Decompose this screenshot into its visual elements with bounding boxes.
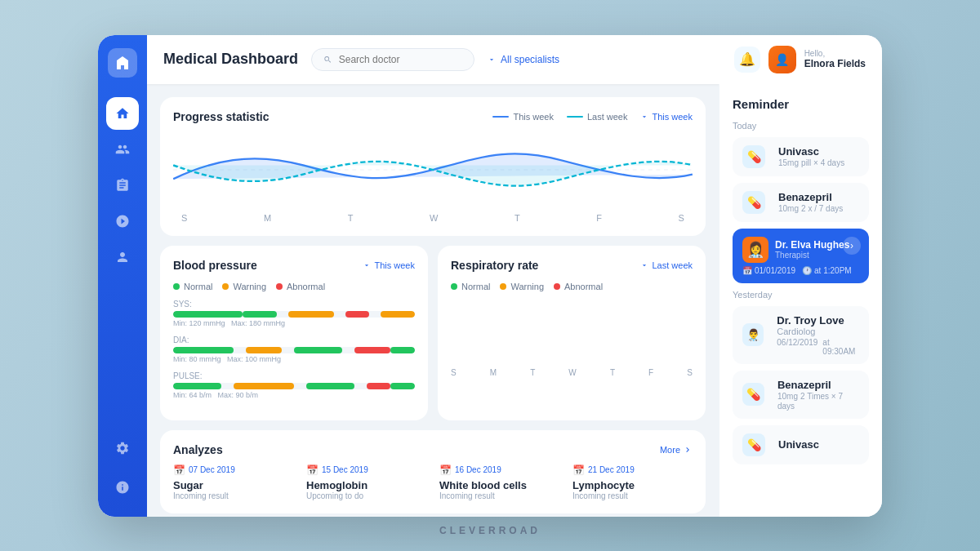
legend-line-last-week xyxy=(567,116,583,118)
doctor-info-2: Dr. Troy Love Cardiolog 06/12/2019 at 09… xyxy=(777,314,859,356)
bp-seg xyxy=(234,383,294,389)
abnormal-dot xyxy=(554,283,560,290)
bottom-row: Blood pressure This week Normal xyxy=(160,246,706,420)
sidebar-nav xyxy=(106,97,139,425)
analyze-item: 📅 21 Dec 2019 Lymphocyte Incoming result xyxy=(572,464,693,500)
bp-seg xyxy=(354,347,390,353)
chevron-down-icon xyxy=(640,261,648,269)
analyze-date: 📅 21 Dec 2019 xyxy=(572,464,693,476)
bp-seg xyxy=(354,383,367,389)
reminder-item-inner: 💊 Benazepril 10mg 2 Times × 7 days xyxy=(742,379,859,411)
period-selector[interactable]: This week xyxy=(640,112,693,122)
rr-legend-abnormal: Abnormal xyxy=(554,282,603,291)
rr-legend-warning: Warning xyxy=(500,282,544,291)
bp-header: Blood pressure This week xyxy=(173,259,415,272)
bp-seg xyxy=(234,347,246,353)
progress-card-header: Progress statistic This week Last week xyxy=(173,110,693,123)
bp-seg xyxy=(369,311,381,318)
bp-seg xyxy=(367,383,391,389)
normal-dot xyxy=(451,283,457,290)
calendar-icon: 📅 xyxy=(173,464,185,476)
bp-period[interactable]: This week xyxy=(363,260,415,270)
bp-seg xyxy=(173,347,234,353)
med-dose: 15mg pill × 4 days xyxy=(778,158,844,167)
doctor-time: 🕐 at 1:20PM xyxy=(802,266,852,275)
progress-title: Progress statistic xyxy=(173,110,270,123)
reminder-univasc-yesterday: 💊 Univasc xyxy=(733,425,869,464)
avatar: 👤 xyxy=(768,46,796,73)
reminder-doctor-troy: 👨‍⚕️ Dr. Troy Love Cardiolog 06/12/2019 … xyxy=(733,306,869,364)
bp-seg xyxy=(282,347,294,353)
user-greeting: Hello, xyxy=(804,49,866,58)
dashboard-main: Progress statistic This week Last week xyxy=(147,84,719,517)
page-title: Medical Dashboard xyxy=(163,51,298,68)
reminder-univasc: 💊 Univasc 15mg pill × 4 days xyxy=(733,137,869,176)
bp-title: Blood pressure xyxy=(173,259,257,272)
calendar-icon: 📅 xyxy=(439,464,452,476)
bp-seg xyxy=(173,311,243,318)
med-icon-2: 💊 xyxy=(742,383,764,406)
progress-chart-area xyxy=(173,133,693,207)
reminder-benazepril-yesterday: 💊 Benazepril 10mg 2 Times × 7 days xyxy=(733,371,869,419)
bp-seg xyxy=(294,383,306,389)
sidebar-item-info[interactable] xyxy=(106,471,139,504)
abnormal-dot xyxy=(276,283,283,290)
analyze-status: Upcoming to do xyxy=(306,491,426,500)
doctor-text: Dr. Elva Hughes Therapist xyxy=(775,239,849,260)
search-input[interactable] xyxy=(339,54,462,65)
analyze-name: Lymphocyte xyxy=(572,479,693,491)
med-info: Benazepril 10mg 2 x / 7 days xyxy=(778,191,843,213)
calendar-icon: 📅 xyxy=(572,464,585,476)
bp-seg xyxy=(390,383,415,389)
app-frame: Medical Dashboard All specialists 🔔 👤 He… xyxy=(98,35,882,517)
resp-x-labels: S M T W T F S xyxy=(451,368,693,377)
bp-seg xyxy=(306,383,354,389)
rr-period[interactable]: Last week xyxy=(640,260,693,270)
analyze-date: 📅 16 Dec 2019 xyxy=(439,464,559,476)
bp-sys-range: Min: 120 mmHg Max: 180 mmHg xyxy=(173,319,415,327)
analyze-name: Hemoglobin xyxy=(306,479,426,491)
reminder-title: Reminder xyxy=(733,97,869,111)
content-area: Progress statistic This week Last week xyxy=(147,84,882,517)
chevron-right-icon xyxy=(683,445,693,455)
doctor-arrow[interactable]: › xyxy=(843,237,861,255)
doctor-card[interactable]: › 👩‍⚕️ Dr. Elva Hughes Therapist 📅 01/01… xyxy=(733,229,869,283)
sidebar-item-clipboard[interactable] xyxy=(106,169,139,202)
user-name: Elnora Fields xyxy=(804,58,866,69)
sidebar-item-people[interactable] xyxy=(106,133,139,166)
doctor-icon: 👨‍⚕️ xyxy=(742,323,764,346)
sidebar-item-activity[interactable] xyxy=(106,205,139,238)
doctor-meta: 📅 01/01/2019 🕐 at 1:20PM xyxy=(742,266,859,275)
bp-seg xyxy=(288,311,334,318)
sidebar-item-person[interactable] xyxy=(106,241,139,273)
sidebar xyxy=(98,35,147,517)
analyze-status: Incoming result xyxy=(572,491,693,500)
user-info: Hello, Elnora Fields xyxy=(804,49,866,69)
bp-seg xyxy=(294,347,342,353)
logo[interactable] xyxy=(108,48,137,78)
analyzes-title: Analyzes xyxy=(173,443,223,456)
bp-dia-range: Min: 80 mmHg Max: 100 mmHg xyxy=(173,355,415,363)
legend-line-this-week xyxy=(492,116,509,118)
reminder-item-inner: 💊 Univasc xyxy=(742,433,859,456)
bp-dia-metric: DIA: xyxy=(173,335,415,363)
respiratory-rate-card: Respiratory rate Last week Normal xyxy=(438,246,706,420)
filter-dropdown[interactable]: All specialists xyxy=(488,54,559,65)
chart-x-labels: S M T W T F S xyxy=(173,213,693,223)
search-bar[interactable] xyxy=(311,48,474,71)
analyze-name: Sugar xyxy=(173,479,293,491)
bp-seg xyxy=(221,383,234,389)
progress-card: Progress statistic This week Last week xyxy=(160,97,706,236)
brand-footer: CLEVERROAD xyxy=(439,525,541,536)
search-icon xyxy=(323,55,332,64)
bp-legend-normal: Normal xyxy=(173,282,212,291)
doctor-info: 👩‍⚕️ Dr. Elva Hughes Therapist xyxy=(742,237,859,263)
analyzes-more[interactable]: More xyxy=(660,445,693,455)
sidebar-item-home[interactable] xyxy=(106,97,139,130)
notification-button[interactable]: 🔔 xyxy=(734,47,760,73)
bp-seg xyxy=(243,311,277,318)
analyze-item: 📅 16 Dec 2019 White blood cells Incoming… xyxy=(439,464,559,500)
normal-dot xyxy=(173,283,180,290)
sidebar-item-settings[interactable] xyxy=(106,432,139,464)
bp-seg xyxy=(390,347,415,353)
